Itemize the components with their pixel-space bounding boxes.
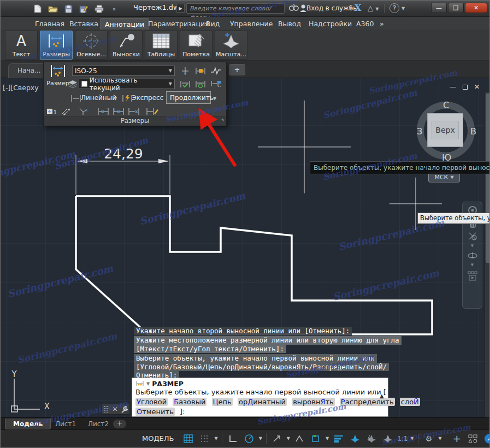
option-sloy[interactable]: слоЙ (400, 398, 420, 406)
aligned-dim-icon[interactable] (59, 106, 73, 117)
scrollbar-thumb[interactable] (486, 93, 490, 263)
scale-value-button[interactable]: 1:1 (397, 435, 408, 443)
panel-tables-button[interactable]: Таблицы (145, 31, 178, 60)
restore-button[interactable]: ❑ (448, 3, 464, 13)
drawing-close-icon[interactable]: ✕ (474, 83, 480, 91)
minimize-button[interactable]: — (431, 3, 447, 13)
tab-model[interactable]: Модель (5, 418, 51, 429)
object-snap-chevron-icon[interactable]: ▼ (326, 436, 329, 441)
tab-glavnaya[interactable]: Главная (31, 18, 69, 30)
save-as-icon[interactable] (78, 4, 89, 14)
lineweight-toggle[interactable] (332, 432, 345, 445)
a360-icon[interactable]: △ ▼ (368, 4, 379, 12)
option-otmenit[interactable]: Отменить (135, 408, 175, 416)
command-history-up-icon[interactable]: ▲ (380, 393, 384, 399)
dim-center-icon-3[interactable]: x (127, 106, 141, 117)
linear-dim-button[interactable]: Линейный (81, 94, 116, 102)
viewcube-north[interactable]: С (443, 100, 449, 110)
express-dim-button[interactable]: Экспресс (132, 94, 163, 102)
qat-expand-icon[interactable]: » (109, 4, 120, 14)
scale-chevron-icon[interactable]: ▼ (410, 436, 414, 441)
customize-wrench-icon[interactable] (121, 406, 128, 413)
adjust-spacing-icon[interactable] (193, 66, 208, 76)
showmotion-icon[interactable] (468, 271, 477, 281)
tab-list1[interactable]: Лист1 (48, 418, 84, 429)
tab-vid[interactable]: Вид (202, 18, 224, 30)
panel-markup-button[interactable]: Пометка (180, 31, 212, 60)
coordinate-dim-icon[interactable]: x (76, 106, 91, 117)
panel-text-button[interactable]: A Текст (5, 31, 38, 60)
linear-chevron-icon[interactable]: ▼ (114, 96, 117, 101)
dim-center-icon-1[interactable]: x (96, 106, 110, 117)
panel-centerlines-button[interactable]: Осевые... (75, 31, 108, 60)
panel-dimensions-button[interactable]: Размеры (40, 31, 73, 60)
add-layout-button[interactable]: + (113, 420, 126, 428)
tab-upravlenie[interactable]: Управление (226, 18, 277, 30)
ortho-toggle[interactable] (226, 432, 240, 445)
hardware-accel-toggle[interactable] (483, 432, 490, 445)
panel-launcher-icon[interactable]: » (219, 115, 227, 124)
start-file-tab[interactable]: Нача... (8, 63, 46, 78)
flyout-footer[interactable]: Размеры » (44, 116, 226, 126)
panel-scale-button[interactable]: Масшта... (215, 31, 247, 60)
option-tsep[interactable]: Цепь (212, 398, 233, 406)
vertical-scrollbar[interactable] (485, 92, 490, 417)
snap-chevron-icon[interactable]: ▼ (215, 436, 218, 441)
dim-check-icon[interactable] (178, 79, 192, 90)
panel-leaders-button[interactable]: Выноски (110, 31, 143, 60)
option-uglovoy[interactable]: Угловой (135, 398, 168, 406)
break-dimension-icon[interactable] (178, 66, 192, 76)
tab-vstavka[interactable]: Вставка (65, 18, 103, 30)
viewcube-east[interactable]: В (470, 126, 476, 137)
osnap-tracking-chevron-icon[interactable]: ▼ (287, 436, 290, 441)
snap-mode-toggle[interactable] (198, 432, 212, 445)
close-button[interactable]: ✕ (465, 3, 487, 13)
tab-a360[interactable]: A360 (352, 18, 378, 30)
dim-style-select[interactable]: ISO-25▼ (72, 66, 175, 76)
exchange-apps-icon[interactable]: X (355, 3, 361, 13)
open-file-icon[interactable] (48, 4, 58, 14)
option-ordinatny[interactable]: орДинатный (238, 398, 287, 406)
autoscale-toggle[interactable] (364, 432, 378, 445)
osnap-tracking-toggle[interactable] (270, 432, 284, 445)
tab-list2[interactable]: Лист2 (80, 418, 116, 429)
command-line-window[interactable]: ▼ РАЗМЕР Выберите объекты, укажите начал… (132, 378, 388, 417)
isodraft-toggle[interactable] (293, 432, 306, 445)
dim-center-icon-2[interactable]: x| (111, 106, 126, 117)
title-play-icon[interactable]: ▶ (176, 4, 185, 13)
viewcube-top-face[interactable]: Верх (427, 113, 463, 147)
add-cleanup-icon[interactable]: + (450, 432, 464, 445)
grid-display-toggle[interactable] (182, 432, 196, 445)
drawing-restore-icon[interactable] (463, 85, 468, 90)
workspace-chevron-icon[interactable]: ▼ (439, 436, 442, 441)
signin-chevron-icon[interactable]: ▼ (349, 6, 352, 11)
help-button[interactable]: ? (389, 3, 399, 13)
polar-chevron-icon[interactable]: ▼ (259, 436, 262, 441)
command-window-gripbar[interactable]: ✕ (102, 404, 130, 415)
continue-dim-button[interactable]: Продолжить (166, 91, 211, 104)
search-binoculars-icon[interactable] (289, 4, 299, 11)
dim-style-mini-icon[interactable]: 1 (45, 106, 59, 117)
dim-layer-select[interactable]: Использовать текущий▼ (79, 79, 175, 89)
ribbon-overflow-icon[interactable]: » (375, 18, 388, 30)
tab-nadstroyki[interactable]: Надстройки (304, 18, 356, 30)
command-chevron-icon[interactable]: ▼ (146, 381, 150, 386)
orbit-icon[interactable] (468, 252, 477, 260)
dim-reassociate-icon[interactable] (209, 79, 223, 90)
annotation-visibility-toggle[interactable] (348, 432, 362, 445)
annotation-scale-icon[interactable] (381, 432, 394, 445)
viewport-control-label[interactable]: [-][Сверху (3, 84, 39, 92)
zoom-chevron-icon[interactable]: ▼ (471, 244, 474, 248)
jog-line-icon[interactable] (209, 66, 223, 76)
save-icon[interactable] (63, 4, 74, 14)
zoom-icon[interactable] (468, 232, 477, 240)
model-space-toggle[interactable]: МОДЕЛЬ (137, 432, 179, 445)
orbit-chevron-icon[interactable]: ▼ (471, 263, 474, 267)
help-chevron-icon[interactable]: ▼ (402, 6, 405, 11)
command-close-icon[interactable]: ✕ (112, 405, 117, 413)
continue-chevron-icon[interactable]: ▼ (213, 96, 216, 101)
option-bazovy[interactable]: Базовый (173, 398, 206, 406)
grip-dots-icon[interactable] (104, 405, 109, 413)
option-vyrovnyat[interactable]: выровнЯть (292, 398, 335, 406)
polar-tracking-toggle[interactable] (243, 432, 256, 445)
